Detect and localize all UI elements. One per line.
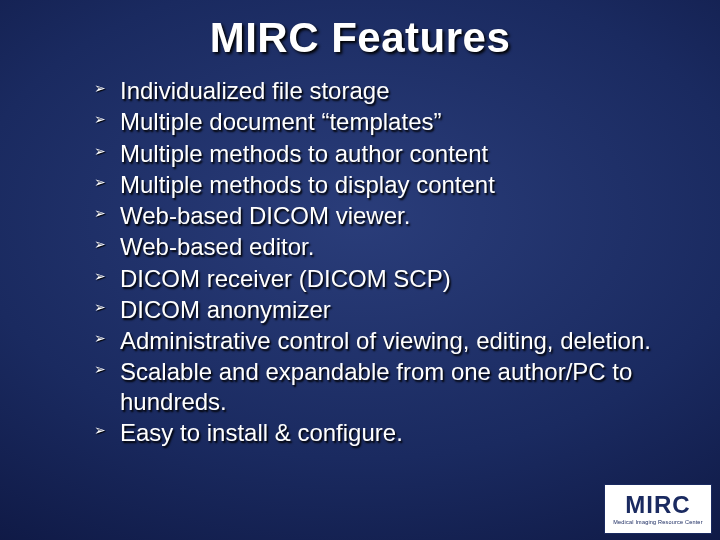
list-item-text: Multiple methods to display content — [120, 171, 495, 198]
list-item: ➢Individualized file storage — [94, 76, 670, 105]
bullet-arrow-icon: ➢ — [94, 80, 106, 97]
bullet-arrow-icon: ➢ — [94, 174, 106, 191]
list-item-text: Individualized file storage — [120, 77, 390, 104]
list-item-text: DICOM anonymizer — [120, 296, 331, 323]
list-item-text: Easy to install & configure. — [120, 419, 403, 446]
list-item: ➢Multiple methods to author content — [94, 139, 670, 168]
list-item-text: Web-based DICOM viewer. — [120, 202, 410, 229]
list-item: ➢Scalable and expandable from one author… — [94, 357, 670, 416]
list-item-text: Scalable and expandable from one author/… — [120, 358, 632, 414]
list-item-text: DICOM receiver (DICOM SCP) — [120, 265, 451, 292]
slide-title: MIRC Features — [0, 0, 720, 70]
slide: MIRC Features ➢Individualized file stora… — [0, 0, 720, 540]
bullet-arrow-icon: ➢ — [94, 236, 106, 253]
list-item: ➢Web-based DICOM viewer. — [94, 201, 670, 230]
bullet-arrow-icon: ➢ — [94, 330, 106, 347]
list-item-text: Web-based editor. — [120, 233, 314, 260]
bullet-arrow-icon: ➢ — [94, 111, 106, 128]
list-item: ➢Multiple methods to display content — [94, 170, 670, 199]
list-item-text: Multiple methods to author content — [120, 140, 488, 167]
list-item-text: Administrative control of viewing, editi… — [120, 327, 651, 354]
list-item-text: Multiple document “templates” — [120, 108, 441, 135]
list-item: ➢Easy to install & configure. — [94, 418, 670, 447]
logo-main-text: MIRC — [625, 493, 690, 517]
mirc-logo: MIRC Medical Imaging Resource Center — [604, 484, 712, 534]
list-item: ➢DICOM anonymizer — [94, 295, 670, 324]
bullet-arrow-icon: ➢ — [94, 299, 106, 316]
logo-sub-text: Medical Imaging Resource Center — [613, 519, 702, 526]
bullet-arrow-icon: ➢ — [94, 268, 106, 285]
list-item: ➢Web-based editor. — [94, 232, 670, 261]
list-item: ➢Administrative control of viewing, edit… — [94, 326, 670, 355]
bullet-arrow-icon: ➢ — [94, 205, 106, 222]
bullet-arrow-icon: ➢ — [94, 422, 106, 439]
bullet-arrow-icon: ➢ — [94, 143, 106, 160]
list-item: ➢DICOM receiver (DICOM SCP) — [94, 264, 670, 293]
list-item: ➢Multiple document “templates” — [94, 107, 670, 136]
bullet-list: ➢Individualized file storage ➢Multiple d… — [0, 70, 720, 447]
bullet-arrow-icon: ➢ — [94, 361, 106, 378]
